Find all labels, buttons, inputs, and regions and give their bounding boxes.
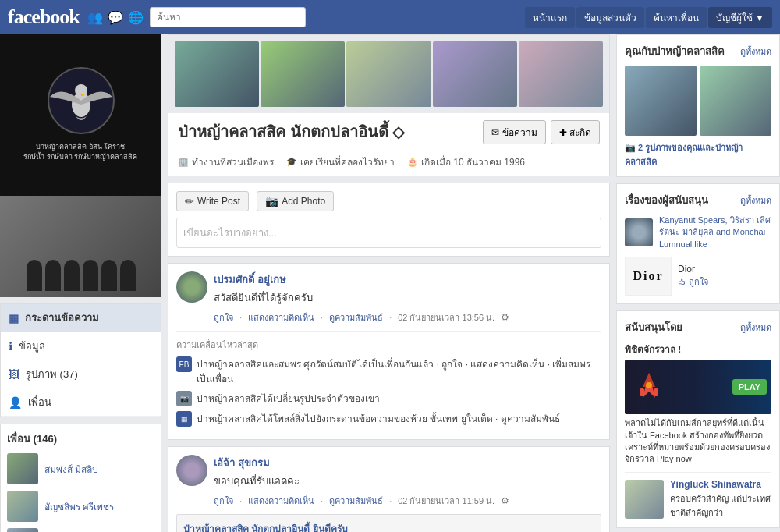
person-1 (27, 260, 42, 291)
subscribe-button[interactable]: ✚ สะกิด (551, 120, 600, 144)
menu-item-friends[interactable]: 👤 เพื่อน (1, 388, 161, 417)
comment-action-2[interactable]: แสดงความคิดเห็น (248, 494, 314, 508)
post-author-1[interactable]: เปรมศักดิ์ อยู่เกษ (214, 274, 286, 286)
update-icon-1: FB (176, 356, 192, 372)
post-card-2: เอ้จ้า สุขกรม ขอบคุณที่รับแอดคะ ถูกใจ · … (168, 446, 610, 532)
comment-action-1[interactable]: แสดงความคิดเห็น (248, 310, 314, 325)
like-action-1[interactable]: ถูกใจ (214, 310, 233, 325)
camera-icon: 📷 (265, 195, 278, 207)
menu-item-board[interactable]: ▦ กระดานข้อความ (1, 304, 161, 332)
photo-strip-1[interactable] (175, 41, 259, 107)
like-action-2[interactable]: ถูกใจ (214, 494, 233, 508)
friends-header: เพื่อน (146) (7, 431, 154, 447)
update-item-2: 📷 ป่าหญ้าคลาสสิคได้เปลี่ยนรูปประจำตัวของ… (176, 391, 601, 406)
profile-info-bar: 🏢 ทำงานที่สวนเมืองพร 🎓 เคยเรียนที่คลองไว… (168, 151, 609, 176)
post-settings-icon-2[interactable]: ⚙ (501, 495, 509, 506)
photos-strip (168, 35, 609, 113)
post-text-2: ขอบคุณที่รับแอดคะ (214, 473, 601, 489)
work-icon: 🏢 (178, 157, 189, 167)
write-post-header: ✏ Write Post 📷 Add Photo (176, 191, 601, 211)
birthday-info: 🎂 เกิดเมื่อ 10 ธันวาคม 1996 (407, 154, 525, 169)
right-photo-2[interactable] (700, 66, 771, 136)
latest-updates-title-1: ความเคลื่อนไหวล่าสุด (176, 338, 601, 352)
cover-inner: ป่าหญ้าคลาสสิค อิสัน โคราช รักษ์น้ำ รักษ… (0, 34, 161, 196)
friend-avatar-1 (7, 453, 38, 484)
person-5 (101, 260, 117, 291)
add-photo-button[interactable]: 📷 Add Photo (257, 191, 334, 211)
sponsor-header: สนับสนุนโดย ดูทั้งหมด (625, 319, 771, 335)
info-icon: ℹ (9, 340, 12, 353)
top-navigation: facebook 👥 💬 🌐 หน้าแรก ข้อมูลส่วนตัว ค้น… (0, 0, 780, 34)
right-photo-1[interactable] (625, 66, 697, 136)
photo-strip-3[interactable] (346, 41, 431, 107)
game-ship-graphic (629, 367, 668, 406)
dior-like-button[interactable]: 🖒 ถูกใจ (678, 275, 708, 289)
profile-cover-picture: ป่าหญ้าคลาสสิค อิสัน โคราช รักษ์น้ำ รักษ… (0, 34, 161, 196)
person-6 (120, 260, 136, 291)
write-post-button[interactable]: ✏ Write Post (176, 191, 249, 211)
profile-actions: ✉ ข้อความ ✚ สะกิด (483, 120, 600, 144)
friend-avatar-2 (7, 491, 38, 522)
yingluck-section: Yingluck Shinawatra ครอบครัวสำคัญ แต่ประ… (625, 472, 771, 520)
post-placeholder[interactable]: เขียนอะไรบางอย่าง... (176, 218, 601, 248)
view-relation-2[interactable]: ดูความสัมพันธ์ (329, 494, 383, 508)
spaceship-svg (632, 370, 666, 404)
svg-rect-5 (640, 388, 644, 396)
person-4 (83, 260, 98, 291)
reply-box-2: ป่าหญ้าคลาสสิค นักตกปลาอินดี้ ยินดีครับ … (176, 514, 601, 532)
dior-logo[interactable]: Dior (625, 257, 672, 296)
right-supporters-section: เรื่องของผู้สนับสนุน ดูทั้งหมด Kanyanut … (616, 183, 780, 304)
game-play-button[interactable]: PLAY (732, 379, 767, 395)
post-author-2[interactable]: เอ้จ้า สุขกรม (214, 457, 270, 469)
photos-caption: 📷 2 รูปภาพของคุณและป่าหญ้าคลาสสิค (625, 140, 771, 168)
profile-name: ป่าหญ้าคลาสสิค นักตกปลาอินดี้ ◇ (178, 119, 404, 144)
message-button[interactable]: ✉ ข้อความ (483, 120, 545, 144)
photos-section-title: คุณกับป่าหญ้าคลาสสิค (625, 43, 725, 59)
menu-item-info[interactable]: ℹ ข้อมูล (1, 332, 161, 360)
photos-see-all-link[interactable]: ดูทั้งหมด (740, 44, 771, 59)
eagle-logo (46, 66, 116, 136)
nav-profile[interactable]: ข้อมูลส่วนตัว (576, 7, 644, 28)
view-relation-1[interactable]: ดูความสัมพันธ์ (329, 310, 383, 325)
post-time-1: 02 กันยายนเวลา 13:56 น. (398, 310, 495, 325)
friend-avatar-3 (7, 528, 38, 532)
globe-icon[interactable]: 🌐 (128, 10, 144, 25)
friend-item-1[interactable]: สมพงส์ มีสลิป (7, 453, 154, 484)
friend-item-2[interactable]: อัญชลิพร ศรีเพชร (7, 491, 154, 522)
nav-home[interactable]: หน้าแรก (525, 7, 575, 28)
post-avatar-1 (176, 271, 207, 303)
photos-caption-text[interactable]: 2 รูปภาพของคุณและป่าหญ้าคลาสสิค (625, 143, 743, 166)
search-input[interactable] (150, 7, 306, 27)
left-sidebar: ป่าหญ้าคลาสสิค อิสัน โคราช รักษ์น้ำ รักษ… (0, 34, 161, 532)
group-photo (0, 196, 161, 297)
write-post-section: ✏ Write Post 📷 Add Photo เขียนอะไรบางอย่… (168, 183, 610, 257)
friend-name-2: อัญชลิพร ศรีเพชร (44, 499, 114, 514)
update-icon-2: 📷 (176, 391, 192, 406)
supporters-see-all[interactable]: ดูทั้งหมด (740, 193, 771, 207)
profile-name-bar: ป่าหญ้าคลาสสิค นักตกปลาอินดี้ ◇ ✉ ข้อควา… (168, 113, 609, 151)
pencil-icon: ✏ (185, 195, 194, 207)
photo-strip-5[interactable] (519, 41, 603, 107)
post-meta-1: เปรมศักดิ์ อยู่เกษ สวัสดียินดีที่ได้รู้จ… (214, 271, 601, 325)
cover-text: ป่าหญ้าคลาสสิค อิสัน โคราช รักษ์น้ำ รักษ… (20, 139, 140, 165)
page-layout: ป่าหญ้าคลาสสิค อิสัน โคราช รักษ์น้ำ รักษ… (0, 34, 780, 532)
supporter-names[interactable]: Kanyanut Spears, วิรัสรา เลิศรัตนะ มาลีย… (659, 215, 771, 249)
nav-account[interactable]: บัญชีผู้ใช้ ▼ (708, 7, 772, 28)
update-item-1: FB ป่าหญ้าคลาสสิคและสมพร ศุภรัตน์สมบัติไ… (176, 356, 601, 386)
chat-icon[interactable]: 💬 (108, 10, 123, 25)
search-box (150, 7, 306, 27)
friends-icon[interactable]: 👥 (87, 10, 103, 25)
menu-item-photos[interactable]: 🖼 รูปภาพ (37) (1, 360, 161, 388)
yingluck-item: Yingluck Shinawatra ครอบครัวสำคัญ แต่ประ… (625, 479, 771, 520)
supporter-avatar-1 (625, 218, 653, 246)
friend-item-3[interactable]: น้อย ตกปลา (7, 528, 154, 532)
yingluck-name[interactable]: Yingluck Shinawatra (670, 479, 771, 490)
sponsor-see-all[interactable]: ดูทั้งหมด (740, 321, 771, 335)
post-meta-2: เอ้จ้า สุขกรม ขอบคุณที่รับแอดคะ ถูกใจ · … (214, 455, 601, 508)
post-text-1: สวัสดียินดีที่ได้รู้จักครับ (214, 289, 601, 306)
photo-strip-4[interactable] (433, 41, 517, 107)
photo-strip-2[interactable] (261, 41, 345, 107)
post-settings-icon-1[interactable]: ⚙ (501, 312, 509, 323)
nav-find-friends[interactable]: ค้นหาเพื่อน (646, 7, 707, 28)
facebook-logo: facebook (8, 5, 80, 29)
